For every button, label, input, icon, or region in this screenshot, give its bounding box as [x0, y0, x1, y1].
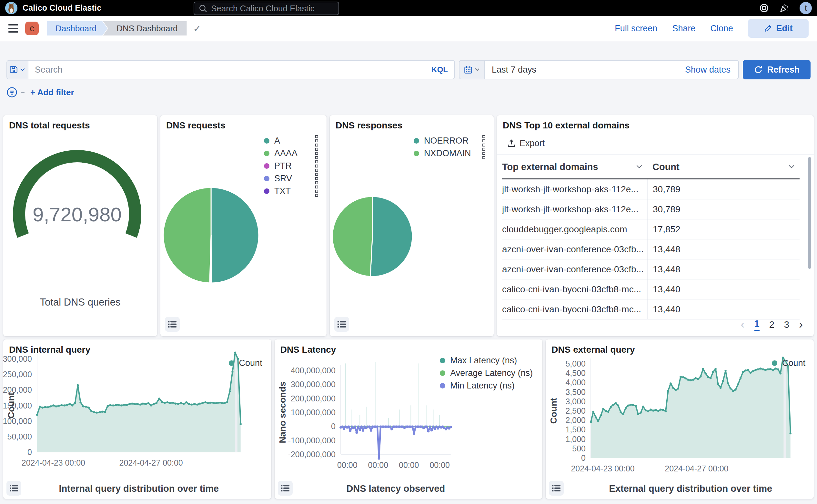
dns-requests-pie[interactable]	[163, 187, 259, 284]
date-quick-menu[interactable]	[459, 61, 485, 79]
sort-chevron-icon[interactable]	[789, 165, 794, 169]
clone-button[interactable]: Clone	[710, 24, 733, 34]
legend-actions-icon[interactable]	[315, 135, 318, 146]
panel-list-icon[interactable]	[165, 317, 180, 332]
legend-item[interactable]: Max Latency (ns)	[440, 356, 533, 365]
legend-actions-icon[interactable]	[315, 186, 318, 197]
time-range-value[interactable]: Last 7 days	[485, 65, 536, 75]
table-row[interactable]: calico-cni-ivan-byocni-03cfb8-mc...13,44…	[502, 279, 800, 299]
svg-text:00:00: 00:00	[429, 460, 450, 469]
table-row[interactable]: clouddebugger.googleapis.com17,852	[502, 219, 800, 239]
saved-query-menu[interactable]	[7, 61, 28, 79]
export-button[interactable]: Export	[507, 138, 545, 148]
space-badge[interactable]: c	[25, 22, 39, 35]
next-page-button[interactable]: ›	[799, 318, 803, 331]
legend-actions-icon[interactable]	[315, 160, 318, 172]
breadcrumb-dashboard[interactable]: Dashboard	[47, 21, 107, 35]
table-row[interactable]: azcni-over-ivan-conference-03cfb...13,44…	[502, 239, 800, 259]
export-icon	[507, 139, 516, 148]
column-header-domains[interactable]: Top external domains	[502, 162, 647, 172]
legend-item[interactable]: Average Latency (ns)	[440, 369, 533, 378]
cell-domain: jlt-worksh-jlt-workshop-aks-112e...	[502, 204, 647, 215]
share-button[interactable]: Share	[672, 24, 695, 34]
legend-item[interactable]: NOERROR	[414, 136, 485, 145]
panel-list-icon[interactable]	[6, 481, 21, 496]
cell-domain: azcni-over-ivan-conference-03cfb...	[502, 244, 647, 255]
kql-language-button[interactable]: KQL	[431, 65, 454, 74]
panel-list-icon[interactable]	[278, 481, 293, 496]
query-search-input[interactable]	[28, 65, 431, 75]
table-row[interactable]: calico-cni-ivan-byocni-03cfb8-mc...13,44…	[502, 299, 800, 319]
global-search-input[interactable]	[210, 3, 338, 14]
legend-actions-icon[interactable]	[315, 148, 318, 159]
svg-text:00:00: 00:00	[337, 460, 358, 469]
news-icon[interactable]	[780, 4, 789, 13]
panel-dns-responses: DNS responses NOERRORNXDOMAIN	[330, 115, 494, 336]
legend-item[interactable]: Count	[229, 359, 262, 368]
user-avatar[interactable]: t	[800, 2, 812, 14]
table-header: Top external domains Count	[502, 155, 800, 179]
svg-text:2,000: 2,000	[566, 416, 586, 425]
svg-text:300,000: 300,000	[3, 354, 32, 363]
edit-button[interactable]: Edit	[748, 19, 809, 38]
legend-item[interactable]: AAAA	[264, 149, 318, 158]
svg-text:9,720,980: 9,720,980	[33, 203, 122, 226]
app-logo[interactable]	[5, 2, 17, 14]
legend-actions-icon[interactable]	[315, 173, 318, 184]
legend-item[interactable]: TXT	[264, 187, 318, 196]
table-row[interactable]: jlt-worksh-jlt-workshop-aks-112e...30,78…	[502, 179, 800, 199]
legend-actions-icon[interactable]	[482, 148, 485, 159]
legend-actions-icon[interactable]	[482, 135, 485, 146]
list-icon	[338, 320, 346, 328]
cell-domain: clouddebugger.googleapis.com	[502, 224, 647, 235]
cell-count: 30,789	[647, 199, 800, 219]
cell-count: 13,440	[647, 279, 800, 299]
legend-dot	[264, 151, 269, 156]
filter-icon[interactable]	[6, 87, 17, 98]
breadcrumb-current[interactable]: DNS Dashboard	[103, 21, 187, 35]
svg-text:300,000,000: 300,000,000	[291, 380, 336, 389]
query-section: KQL Last 7 days Show dates	[0, 41, 817, 98]
table-row[interactable]: azcni-over-ivan-conference-03cfb...13,44…	[502, 259, 800, 279]
legend-item[interactable]: NXDOMAIN	[414, 149, 485, 158]
dns-responses-pie[interactable]	[332, 196, 413, 277]
legend-item[interactable]: Min Latency (ns)	[440, 381, 533, 390]
legend-dot	[772, 360, 777, 366]
legend-dot	[440, 358, 445, 363]
svg-text:2024-04-27 00:00: 2024-04-27 00:00	[119, 458, 183, 467]
add-filter-button[interactable]: + Add filter	[30, 87, 74, 97]
svg-text:2024-04-27 00:00: 2024-04-27 00:00	[665, 464, 729, 473]
page-2-button[interactable]: 2	[769, 319, 774, 330]
menu-icon[interactable]	[8, 24, 18, 33]
svg-text:100,000,000: 100,000,000	[291, 408, 336, 417]
page-3-button[interactable]: 3	[784, 319, 789, 330]
panel-list-icon[interactable]	[334, 317, 349, 332]
table-scrollbar[interactable]	[808, 157, 811, 269]
cell-domain: jlt-worksh-jlt-workshop-aks-112e...	[502, 184, 647, 195]
legend-item[interactable]: A	[264, 136, 318, 145]
table-body: jlt-worksh-jlt-workshop-aks-112e...30,78…	[502, 179, 800, 319]
date-picker: Last 7 days Show dates	[459, 60, 739, 79]
legend-item[interactable]: PTR	[264, 162, 318, 170]
panel-list-icon[interactable]	[549, 481, 564, 496]
help-icon[interactable]	[760, 4, 769, 13]
svg-text:00:00: 00:00	[399, 460, 419, 469]
table-row[interactable]: jlt-worksh-jlt-workshop-aks-112e...30,78…	[502, 199, 800, 219]
legend-item[interactable]: SRV	[264, 174, 318, 183]
svg-text:-200,000,000: -200,000,000	[288, 450, 335, 459]
svg-text:250,000: 250,000	[3, 370, 32, 379]
global-search[interactable]	[194, 2, 339, 15]
refresh-button[interactable]: Refresh	[743, 60, 811, 79]
saved-check-icon[interactable]: ✓	[193, 23, 201, 34]
column-header-count[interactable]: Count	[647, 162, 800, 172]
dns-requests-legend: AAAAAPTRSRVTXT	[264, 136, 318, 199]
svg-text:400,000,000: 400,000,000	[291, 366, 336, 375]
page-1-button[interactable]: 1	[754, 318, 760, 331]
legend-item[interactable]: Count	[772, 359, 805, 368]
cell-count: 13,448	[647, 239, 800, 259]
show-dates-button[interactable]: Show dates	[685, 65, 738, 75]
full-screen-button[interactable]: Full screen	[615, 24, 657, 34]
svg-text:3,000: 3,000	[566, 397, 586, 406]
previous-page-button[interactable]: ‹	[741, 318, 745, 331]
sort-chevron-icon[interactable]	[636, 165, 642, 169]
